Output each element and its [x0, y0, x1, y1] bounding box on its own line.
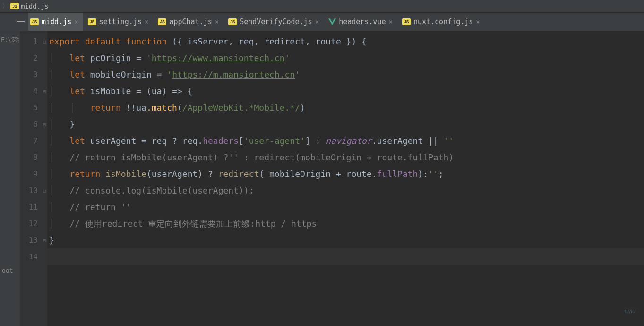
breadcrumb-file[interactable]: JS midd.js [10, 2, 49, 10]
line-number[interactable]: 10⊟ [20, 182, 47, 199]
editor-body: F:\深圳 oot 1⊟ 2 3 4⊟ 5 6⊟ 7 8 9 10⊟ 11 12… [0, 31, 644, 326]
tab-midd-js[interactable]: JS midd.js × [26, 13, 83, 31]
line-number[interactable]: 12 [20, 215, 47, 232]
code-line[interactable]: │ let mobileOrigin = 'https://m.mansiont… [47, 66, 644, 83]
code-line[interactable]: │ let pcOrigin = 'https://www.mansiontec… [47, 50, 644, 66]
fold-open-icon[interactable]: ⊟ [43, 83, 46, 99]
close-icon[interactable]: × [388, 18, 392, 26]
line-number[interactable]: 5 [20, 99, 47, 116]
code-line[interactable]: │ } [47, 116, 644, 132]
tab-gutter [0, 13, 28, 31]
tab-label: headers.vue [339, 18, 386, 26]
line-number[interactable]: 9 [20, 166, 47, 182]
tab-label: midd.js [42, 18, 71, 26]
line-number[interactable]: 8 [20, 149, 47, 166]
line-number[interactable]: 2 [20, 50, 47, 66]
js-file-icon: JS [10, 3, 19, 9]
tab-nuxt-config-js[interactable]: JS nuxt.config.js × [397, 13, 485, 31]
line-number[interactable]: 13⊟ [20, 232, 47, 248]
line-number[interactable]: 6⊟ [20, 116, 47, 132]
tab-label: nuxt.config.js [413, 18, 473, 26]
js-file-icon: JS [158, 18, 166, 25]
close-icon[interactable]: × [145, 18, 148, 26]
js-file-icon: JS [88, 18, 96, 25]
code-line[interactable]: export default function ({ isServer, req… [47, 33, 644, 50]
fold-close-icon[interactable]: ⊟ [43, 116, 46, 132]
fold-open-icon[interactable]: ⊟ [43, 33, 46, 50]
js-file-icon: JS [30, 18, 39, 25]
line-number-gutter: 1⊟ 2 3 4⊟ 5 6⊟ 7 8 9 10⊟ 11 12 13⊟ 14 [20, 31, 47, 326]
code-line[interactable]: │ let userAgent = req ? req.headers['use… [47, 132, 644, 149]
side-root-label: oot [2, 267, 13, 274]
code-line[interactable]: │ │ return !!ua.match(/AppleWebKit.*Mobi… [47, 99, 644, 116]
fold-close-icon[interactable]: ⊟ [43, 182, 46, 199]
line-number[interactable]: 14 [20, 248, 47, 265]
side-gutter: F:\深圳 oot [0, 31, 20, 326]
code-line[interactable] [47, 248, 644, 265]
close-icon[interactable]: × [476, 18, 480, 26]
tab-label: SendVerifyCode.js [240, 18, 312, 26]
code-line[interactable]: │ let isMobile = (ua) => { [47, 83, 644, 99]
code-line[interactable]: } [47, 232, 644, 248]
tab-label: appChat.js [169, 18, 212, 26]
js-file-icon: JS [402, 18, 411, 25]
code-line[interactable]: │ return isMobile(userAgent) ? redirect(… [47, 166, 644, 182]
fold-close-icon[interactable]: ⊟ [43, 232, 46, 248]
js-file-icon: JS [228, 18, 237, 25]
editor-tab-strip: JS midd.js × JS setting.js × JS appChat.… [0, 13, 644, 31]
close-icon[interactable]: × [74, 18, 78, 26]
code-line[interactable]: │ // 使用redirect 重定向到外链需要加上前缀:http / http… [47, 215, 644, 232]
collapse-icon[interactable] [17, 21, 25, 22]
vue-file-icon [328, 18, 336, 25]
close-icon[interactable]: × [215, 18, 219, 26]
code-line[interactable]: │ // console.log(isMobile(userAgent)); [47, 182, 644, 199]
close-icon[interactable]: × [315, 18, 319, 26]
tab-setting-js[interactable]: JS setting.js × [83, 13, 154, 31]
tab-label: setting.js [99, 18, 142, 26]
code-editor[interactable]: export default function ({ isServer, req… [47, 31, 644, 326]
code-line[interactable]: │ // return isMobile(userAgent) ?'' : re… [47, 149, 644, 166]
line-number[interactable]: 3 [20, 66, 47, 83]
breadcrumb-bar: 〉 JS midd.js [0, 0, 644, 13]
code-line[interactable]: │ // return '' [47, 199, 644, 215]
line-number[interactable]: 1⊟ [20, 33, 47, 50]
line-number[interactable]: 7 [20, 132, 47, 149]
breadcrumb-file-label: midd.js [21, 2, 49, 10]
tab-headers-vue[interactable]: headers.vue × [324, 13, 397, 31]
watermark: umu [625, 308, 635, 315]
breadcrumb-sep: 〉 [2, 2, 9, 10]
tab-appchat-js[interactable]: JS appChat.js × [153, 13, 223, 31]
tab-sendverifycode-js[interactable]: JS SendVerifyCode.js × [223, 13, 324, 31]
side-path-fragment: F:\深圳 [1, 36, 19, 44]
line-number[interactable]: 11 [20, 199, 47, 215]
line-number[interactable]: 4⊟ [20, 83, 47, 99]
